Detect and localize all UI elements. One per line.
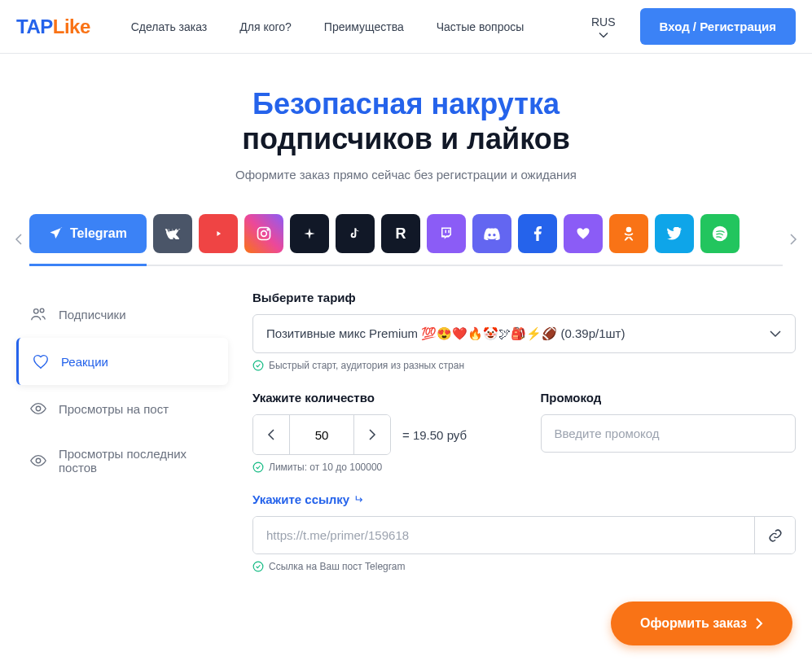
- eye-icon: [29, 400, 47, 418]
- r-icon: R: [395, 225, 406, 243]
- telegram-icon: [49, 226, 64, 241]
- qty-label: Укажите количество: [252, 391, 508, 405]
- users-icon: [29, 305, 47, 323]
- qty-decrement-button[interactable]: [253, 415, 289, 454]
- platform-instagram[interactable]: [244, 214, 283, 253]
- hero-subtitle: Оформите заказ прямо сейчас без регистра…: [16, 168, 796, 182]
- sidebar: Подписчики Реакции Просмотры на пост Про…: [16, 291, 228, 572]
- nav-faq[interactable]: Частые вопросы: [437, 20, 525, 33]
- chevron-left-icon: [15, 233, 23, 246]
- main-nav: Сделать заказ Для кого? Преимущества Час…: [131, 20, 567, 33]
- sidebar-item-label: Просмотры на пост: [59, 402, 169, 416]
- chevron-right-icon: [755, 617, 763, 630]
- promo-label: Промокод: [541, 391, 797, 405]
- platform-twitch[interactable]: [427, 214, 466, 253]
- svg-point-6: [40, 309, 44, 313]
- chevron-down-icon: [599, 32, 608, 38]
- ok-icon: [623, 225, 634, 242]
- platform-likee[interactable]: [564, 214, 603, 253]
- link-hint: Ссылка на Ваш пост Telegram: [252, 561, 796, 572]
- hint-text: Лимиты: от 10 до 100000: [269, 462, 382, 473]
- hero-title-2: подписчиков и лайков: [16, 121, 796, 156]
- main-content: Подписчики Реакции Просмотры на пост Про…: [0, 266, 812, 572]
- hint-text: Ссылка на Ваш пост Telegram: [269, 561, 405, 572]
- chevron-right-icon: [368, 428, 376, 441]
- twitch-icon: [439, 226, 454, 241]
- svg-point-9: [253, 361, 263, 371]
- platform-vk[interactable]: [153, 214, 192, 253]
- vk-icon: [165, 228, 181, 239]
- platform-facebook[interactable]: [518, 214, 557, 253]
- nav-order[interactable]: Сделать заказ: [131, 20, 208, 33]
- hint-text: Быстрый старт, аудитория из разных стран: [269, 360, 464, 371]
- svg-point-11: [253, 562, 263, 572]
- qty-increment-button[interactable]: [354, 415, 390, 454]
- check-circle-icon: [252, 462, 264, 473]
- platform-spotify[interactable]: [700, 214, 740, 253]
- sparkle-icon: [303, 227, 316, 240]
- platform-ok[interactable]: [609, 214, 648, 253]
- logo[interactable]: TAPLike: [16, 15, 90, 38]
- tariff-hint: Быстрый старт, аудитория из разных стран: [252, 360, 796, 371]
- sidebar-item-label: Подписчики: [59, 308, 126, 322]
- order-form: Выберите тариф Позитивные микс Premium 💯…: [252, 291, 796, 572]
- sidebar-item-subscribers[interactable]: Подписчики: [16, 291, 228, 338]
- hero-title-1: Безопасная накрутка: [16, 86, 796, 121]
- check-circle-icon: [252, 561, 264, 572]
- language-selector[interactable]: RUS: [591, 15, 616, 38]
- platform-tiktok[interactable]: [336, 214, 375, 253]
- nav-for-whom[interactable]: Для кого?: [239, 20, 292, 33]
- header: TAPLike Сделать заказ Для кого? Преимуще…: [0, 0, 812, 54]
- svg-point-8: [36, 459, 41, 464]
- instagram-icon: [256, 225, 272, 242]
- platform-list: Telegram R: [29, 214, 783, 266]
- sidebar-item-label: Реакции: [61, 355, 108, 369]
- sidebar-item-label: Просмотры последних постов: [59, 447, 215, 475]
- sidebar-item-views-recent[interactable]: Просмотры последних постов: [16, 432, 228, 489]
- platform-discord[interactable]: [472, 214, 511, 253]
- youtube-icon: [210, 228, 226, 239]
- link-input-group: [252, 516, 796, 554]
- svg-point-7: [36, 407, 41, 412]
- sidebar-item-views-post[interactable]: Просмотры на пост: [16, 385, 228, 432]
- carousel-prev-button[interactable]: [8, 226, 29, 255]
- price-display: = 19.50 руб: [402, 428, 467, 442]
- platform-r[interactable]: R: [381, 214, 420, 253]
- platform-active-label: Telegram: [70, 226, 127, 241]
- link-label: Укажите ссылку: [252, 492, 796, 506]
- link-copy-button[interactable]: [754, 517, 795, 553]
- platform-twitter[interactable]: [655, 214, 694, 253]
- link-input[interactable]: [253, 517, 754, 553]
- chevron-down-icon: [769, 330, 782, 338]
- quantity-stepper: [252, 414, 391, 455]
- link-icon: [768, 528, 783, 543]
- svg-point-3: [626, 227, 632, 233]
- submit-button[interactable]: Оформить заказ: [611, 602, 792, 645]
- platform-sparkle[interactable]: [290, 214, 329, 253]
- chevron-right-icon: [789, 233, 797, 246]
- eye-icon: [29, 452, 47, 470]
- qty-input[interactable]: [289, 415, 354, 454]
- chevron-left-icon: [267, 428, 275, 441]
- link-label-text: Укажите ссылку: [252, 492, 349, 506]
- svg-point-5: [34, 309, 39, 314]
- heart-icon: [32, 352, 50, 370]
- platform-telegram[interactable]: Telegram: [29, 214, 147, 253]
- language-label: RUS: [591, 15, 616, 28]
- check-circle-icon: [252, 360, 264, 371]
- login-button[interactable]: Вход / Регистрация: [640, 8, 796, 45]
- qty-hint: Лимиты: от 10 до 100000: [252, 462, 508, 473]
- svg-point-1: [261, 231, 267, 237]
- submit-label: Оформить заказ: [640, 616, 747, 631]
- logo-tap: TAP: [16, 15, 53, 37]
- discord-icon: [484, 227, 500, 240]
- promo-input[interactable]: [541, 414, 797, 453]
- tariff-select[interactable]: Позитивные микс Premium 💯😍❤️🔥🤡🕊🎒⚡🏈 (0.39…: [252, 314, 796, 353]
- tariff-label: Выберите тариф: [252, 291, 796, 304]
- platform-youtube[interactable]: [199, 214, 238, 253]
- carousel-next-button[interactable]: [783, 226, 804, 255]
- nav-benefits[interactable]: Преимущества: [324, 20, 404, 33]
- sidebar-item-reactions[interactable]: Реакции: [16, 338, 228, 385]
- corner-arrow-icon: [354, 494, 366, 505]
- tariff-value: Позитивные микс Premium 💯😍❤️🔥🤡🕊🎒⚡🏈 (0.39…: [266, 326, 625, 341]
